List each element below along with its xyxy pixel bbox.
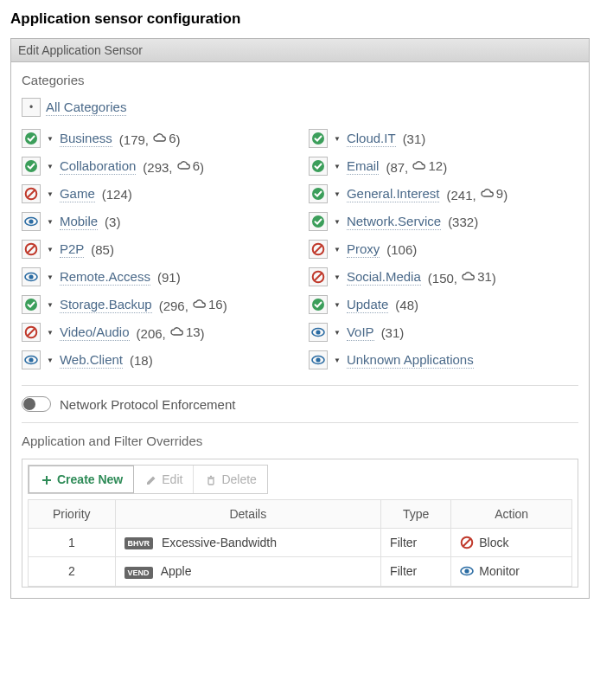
cloud-icon xyxy=(176,159,190,171)
check-circle-icon xyxy=(311,132,325,145)
chevron-down-icon[interactable]: ▼ xyxy=(331,190,343,198)
category-status-dropdown[interactable] xyxy=(22,157,41,176)
trash-icon xyxy=(204,473,216,485)
category-count: (179, 6) xyxy=(119,131,181,147)
chevron-down-icon[interactable]: ▼ xyxy=(44,135,56,143)
category-status-dropdown[interactable] xyxy=(22,350,41,369)
edit-button[interactable]: Edit xyxy=(134,466,194,493)
category-status-dropdown[interactable] xyxy=(309,323,328,342)
chevron-down-icon[interactable]: ▼ xyxy=(331,246,343,254)
block-icon xyxy=(311,270,325,284)
chevron-down-icon[interactable]: ▼ xyxy=(44,301,56,309)
category-status-dropdown[interactable] xyxy=(22,240,41,259)
all-categories-status-dropdown[interactable]: • xyxy=(22,98,41,117)
category-status-dropdown[interactable] xyxy=(22,184,41,203)
category-link[interactable]: VoIP xyxy=(347,324,374,341)
category-count: (206, 13) xyxy=(137,324,205,341)
chevron-down-icon[interactable]: ▼ xyxy=(331,218,343,226)
category-link[interactable]: Business xyxy=(60,131,112,147)
category-link[interactable]: Network.Service xyxy=(347,214,441,230)
category-count: (85) xyxy=(91,242,114,257)
overrides-toolbar: Create New Edit Delete xyxy=(28,465,268,494)
eye-icon xyxy=(311,325,325,339)
chevron-down-icon[interactable]: ▼ xyxy=(44,190,56,198)
chevron-down-icon[interactable]: ▼ xyxy=(331,163,343,170)
category-status-dropdown[interactable] xyxy=(309,240,328,259)
category-status-dropdown[interactable] xyxy=(22,129,41,148)
category-item: ▼ P2P (85) xyxy=(22,240,291,259)
category-status-dropdown[interactable] xyxy=(22,212,41,231)
plus-icon xyxy=(40,473,52,485)
check-circle-icon xyxy=(311,159,325,173)
table-row[interactable]: 2 VEND Apple Filter Monitor xyxy=(29,557,572,586)
category-link[interactable]: P2P xyxy=(60,241,84,258)
chevron-down-icon[interactable]: ▼ xyxy=(331,329,343,337)
all-categories-link[interactable]: All Categories xyxy=(46,100,126,116)
category-item: ▼ Game (124) xyxy=(22,184,291,203)
create-new-button[interactable]: Create New xyxy=(29,466,134,493)
cell-action: Monitor xyxy=(451,557,572,586)
cloud-icon xyxy=(480,187,494,199)
edit-sensor-panel: Edit Application Sensor Categories • All… xyxy=(10,38,590,599)
category-link[interactable]: Update xyxy=(347,297,388,313)
category-item: ▼ Social.Media (150, 31) xyxy=(309,267,578,286)
category-status-dropdown[interactable] xyxy=(309,184,328,203)
check-circle-icon xyxy=(311,298,325,311)
category-status-dropdown[interactable] xyxy=(309,157,328,176)
category-link[interactable]: Web.Client xyxy=(60,352,123,369)
category-link[interactable]: Social.Media xyxy=(347,269,421,286)
check-circle-icon xyxy=(24,132,38,145)
category-status-dropdown[interactable] xyxy=(309,129,328,148)
chevron-down-icon[interactable]: ▼ xyxy=(44,273,56,281)
col-details[interactable]: Details xyxy=(115,500,381,529)
category-item: ▼ Remote.Access (91) xyxy=(22,267,291,286)
category-link[interactable]: Mobile xyxy=(60,214,98,230)
chevron-down-icon[interactable]: ▼ xyxy=(44,329,56,337)
cloud-icon xyxy=(169,325,183,337)
chevron-down-icon[interactable]: ▼ xyxy=(44,246,56,254)
category-link[interactable]: Collaboration xyxy=(60,158,136,175)
category-link[interactable]: General.Interest xyxy=(347,186,440,202)
category-status-dropdown[interactable] xyxy=(309,267,328,286)
cell-type: Filter xyxy=(381,557,451,586)
chevron-down-icon[interactable]: ▼ xyxy=(331,356,343,364)
category-link[interactable]: Cloud.IT xyxy=(347,131,396,147)
eye-icon xyxy=(460,564,474,578)
col-type[interactable]: Type xyxy=(381,500,451,529)
category-status-dropdown[interactable] xyxy=(22,267,41,286)
col-priority[interactable]: Priority xyxy=(29,500,116,529)
category-status-dropdown[interactable] xyxy=(309,295,328,314)
category-link[interactable]: Storage.Backup xyxy=(60,297,152,313)
category-link[interactable]: Proxy xyxy=(347,241,380,258)
chevron-down-icon[interactable]: ▼ xyxy=(44,163,56,170)
cell-priority: 2 xyxy=(29,557,116,586)
category-link[interactable]: Email xyxy=(347,158,380,175)
chevron-down-icon[interactable]: ▼ xyxy=(44,218,56,226)
network-protocol-toggle[interactable] xyxy=(22,396,51,412)
category-link[interactable]: Video/Audio xyxy=(60,324,130,341)
table-row[interactable]: 1 BHVR Excessive-Bandwidth Filter Block xyxy=(29,529,572,557)
toggle-knob xyxy=(23,398,35,410)
category-count: (87, 12) xyxy=(386,158,447,175)
eye-icon xyxy=(311,353,325,367)
category-link[interactable]: Remote.Access xyxy=(60,269,150,286)
chevron-down-icon[interactable]: ▼ xyxy=(44,356,56,364)
category-status-dropdown[interactable] xyxy=(22,323,41,342)
chevron-down-icon[interactable]: ▼ xyxy=(331,301,343,309)
eye-icon xyxy=(24,270,38,284)
chevron-down-icon[interactable]: ▼ xyxy=(331,135,343,143)
col-action[interactable]: Action xyxy=(451,500,572,529)
action-text: Block xyxy=(479,536,508,549)
category-link[interactable]: Unknown Applications xyxy=(347,352,474,369)
category-link[interactable]: Game xyxy=(60,186,95,202)
cell-priority: 1 xyxy=(29,529,116,557)
category-item: ▼ Business (179, 6) xyxy=(22,129,291,148)
category-status-dropdown[interactable] xyxy=(309,350,328,369)
block-icon xyxy=(460,536,474,549)
page-title: Application sensor configuration xyxy=(10,10,590,28)
category-status-dropdown[interactable] xyxy=(22,295,41,314)
chevron-down-icon[interactable]: ▼ xyxy=(331,273,343,281)
delete-button[interactable]: Delete xyxy=(194,466,266,493)
category-status-dropdown[interactable] xyxy=(309,212,328,231)
category-item: ▼ Video/Audio (206, 13) xyxy=(22,323,291,342)
